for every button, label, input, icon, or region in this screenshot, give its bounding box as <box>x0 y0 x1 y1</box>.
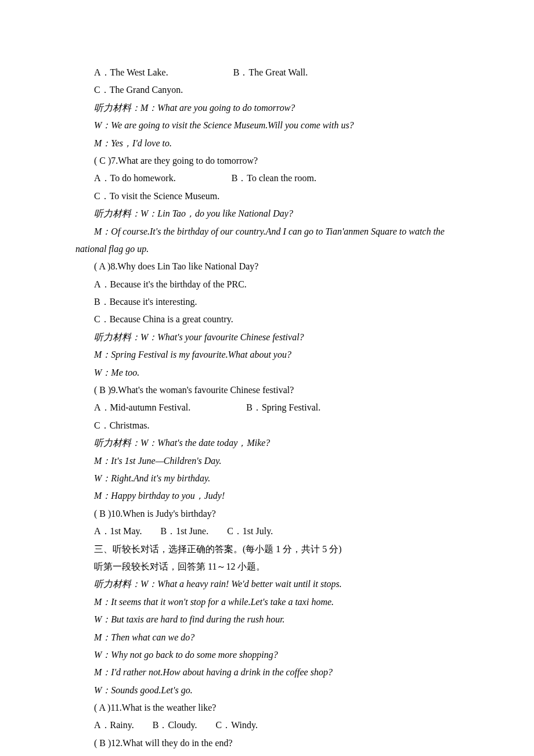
text-line: ( B )9.What's the woman's favourite Chin… <box>75 381 459 399</box>
text-line: C．Christmas. <box>75 417 459 434</box>
text-line: C．The Grand Canyon. <box>75 81 459 99</box>
text-line: ( B )10.When is Judy's birthday? <box>75 505 459 523</box>
text-line: B．Because it's interesting. <box>75 293 459 311</box>
text-line: 听力材料：W：What's the date today，Mike? <box>75 434 459 452</box>
text-line: 三、听较长对话，选择正确的答案。(每小题 1 分，共计 5 分) <box>75 541 459 558</box>
text-line: C．Because China is a great country. <box>75 311 459 328</box>
text-line: M：Happy birthday to you，Judy! <box>75 487 459 505</box>
text-line: ( B )12.What will they do in the end? <box>75 735 459 752</box>
text-line: M：It seems that it won't stop for a whil… <box>75 593 459 611</box>
text-line: A．They'll take a taxi. B．They'll have a … <box>75 752 459 756</box>
text-line: M：Then what can we do? <box>75 629 459 646</box>
text-line: C．To visit the Science Museum. <box>75 188 459 205</box>
document-page: A．The West Lake. B．The Great Wall.C．The … <box>0 0 534 756</box>
text-line: M：Of course.It's the birthday of our cou… <box>57 223 459 258</box>
text-line: A．Rainy. B．Cloudy. C．Windy. <box>75 717 459 734</box>
text-line: 听第一段较长对话，回答第 11～12 小题。 <box>75 558 459 575</box>
text-line: M：Spring Festival is my favourite.What a… <box>75 346 459 363</box>
text-line: W：But taxis are hard to find during the … <box>75 611 459 628</box>
text-line: ( A )11.What is the weather like? <box>75 699 459 717</box>
text-line: A．1st May. B．1st June. C．1st July. <box>75 523 459 540</box>
text-line: A．Because it's the birthday of the PRC. <box>75 276 459 293</box>
text-line: M：Yes，I'd love to. <box>75 135 459 152</box>
text-line: W：Me too. <box>75 364 459 381</box>
text-line: A．Mid-autumn Festival. B．Spring Festival… <box>75 399 459 416</box>
text-line: A．The West Lake. B．The Great Wall. <box>75 64 459 81</box>
text-line: ( A )8.Why does Lin Tao like National Da… <box>75 258 459 275</box>
text-line: M：It's 1st June—Children's Day. <box>75 452 459 470</box>
text-line: 听力材料：W：What a heavy rain! We'd better wa… <box>75 575 459 593</box>
text-line: A．To do homework. B．To clean the room. <box>75 170 459 187</box>
text-line: 听力材料：W：What's your favourite Chinese fes… <box>75 329 459 346</box>
text-line: M：I'd rather not.How about having a drin… <box>75 664 459 681</box>
text-line: ( C )7.What are they going to do tomorro… <box>75 152 459 170</box>
text-line: W：Why not go back to do some more shoppi… <box>75 646 459 664</box>
text-line: W：We are going to visit the Science Muse… <box>75 117 459 134</box>
text-line: 听力材料：M：What are you going to do tomorrow… <box>75 99 459 117</box>
text-line: 听力材料：W：Lin Tao，do you like National Day? <box>75 205 459 222</box>
text-line: W：Sounds good.Let's go. <box>75 682 459 699</box>
text-line: W：Right.And it's my birthday. <box>75 470 459 487</box>
